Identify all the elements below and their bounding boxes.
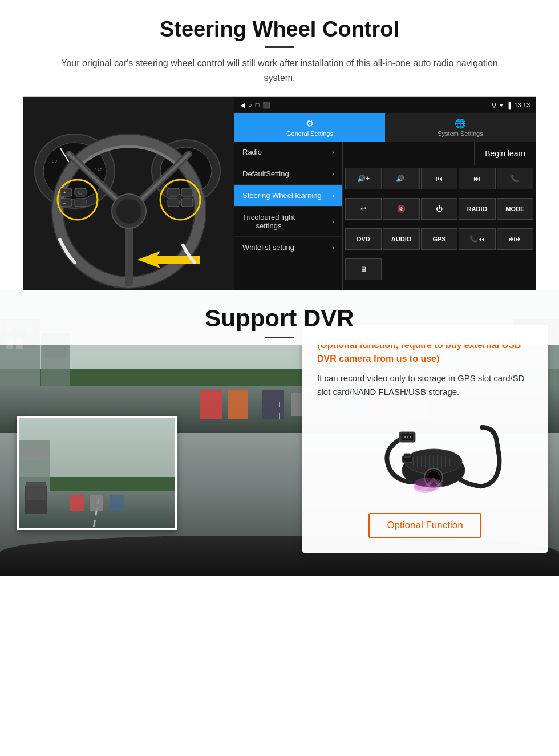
menu-default-arrow: › xyxy=(332,170,334,178)
settings-menu: Radio › DefaultSetting › Steering Wheel … xyxy=(234,142,343,290)
menu-white-arrow: › xyxy=(332,244,334,252)
menu-default-label: DefaultSetting xyxy=(242,169,289,178)
radio-btn[interactable]: RADIO xyxy=(459,198,495,220)
audio-btn[interactable]: AUDIO xyxy=(383,228,419,250)
next-btn[interactable]: ⏭ xyxy=(459,168,495,189)
settings-content: Radio › DefaultSetting › Steering Wheel … xyxy=(234,142,536,290)
thumbnail-svg xyxy=(19,418,177,530)
svg-point-17 xyxy=(116,199,141,224)
tab-system-settings[interactable]: 🌐 System Settings xyxy=(385,113,536,142)
dvr-title: Support DVR xyxy=(23,305,536,332)
nav-icons: ◀ ○ □ ⬛ xyxy=(240,102,270,109)
dvr-divider xyxy=(265,337,294,338)
settings-tabs: ⚙ General Settings 🌐 System Settings xyxy=(234,113,536,142)
recents-icon[interactable]: □ xyxy=(256,102,260,108)
title-divider xyxy=(265,46,294,48)
status-bar: ◀ ○ □ ⬛ ⚲ ▾ ▐ 13:13 xyxy=(234,97,536,113)
svg-rect-19 xyxy=(60,188,72,196)
call-prev-btn[interactable]: 📞⏮ xyxy=(459,228,495,250)
menu-steering-label: Steering Wheel learning xyxy=(242,191,322,200)
menu-item-defaultsetting[interactable]: DefaultSetting › xyxy=(234,163,342,185)
dvr-camera-area xyxy=(317,410,533,502)
menu-radio-label: Radio xyxy=(242,148,262,156)
svg-rect-64 xyxy=(110,495,124,511)
svg-text:140: 140 xyxy=(95,167,103,172)
svg-rect-49 xyxy=(262,390,284,419)
svg-rect-25 xyxy=(75,199,86,207)
svg-rect-28 xyxy=(168,199,179,207)
settings-right-panel: Begin learn 🔊+ 🔊- ⏮ ⏭ 📞 ↩ 🔇 ⏻ xyxy=(343,142,536,290)
wifi-icon: ▾ xyxy=(500,102,503,109)
screenshot-icon[interactable]: ⬛ xyxy=(262,102,270,109)
steering-wheel-section: Steering Wheel Control Your original car… xyxy=(0,0,559,290)
menu-item-radio[interactable]: Radio › xyxy=(234,142,342,163)
power-btn[interactable]: ⏻ xyxy=(421,198,457,220)
control-buttons-grid: 🔊+ 🔊- ⏮ ⏭ 📞 ↩ 🔇 ⏻ RADIO MODE DVD AUDIO xyxy=(343,165,536,290)
dvr-section: Support DVR xyxy=(0,290,559,690)
menu-tri-arrow: › xyxy=(332,217,334,225)
mode-btn[interactable]: MODE xyxy=(497,198,533,220)
menu-item-tricoloured[interactable]: Tricoloured lightsettings › xyxy=(234,207,342,237)
mute-btn[interactable]: 🔇 xyxy=(383,198,419,220)
gear-icon: ⚙ xyxy=(306,118,314,129)
svg-rect-72 xyxy=(410,436,411,438)
menu-tri-label: Tricoloured lightsettings xyxy=(242,213,295,230)
svg-text:–: – xyxy=(63,200,66,205)
tab-general-label: General Settings xyxy=(286,130,333,137)
dvr-background: Support DVR xyxy=(0,290,559,576)
gps-btn[interactable]: GPS xyxy=(421,228,457,250)
dvr-camera-svg xyxy=(345,410,505,502)
begin-learn-button[interactable]: Begin learn xyxy=(474,142,536,165)
right-top-bar: Begin learn xyxy=(343,142,536,165)
dvr-info-card: (Optional function, require to buy exter… xyxy=(302,325,548,553)
screenshot-container: 80 120 140 xyxy=(23,96,536,290)
svg-rect-27 xyxy=(168,188,179,196)
signal-icon: ▐ xyxy=(507,102,511,108)
svg-text:+: + xyxy=(63,190,66,195)
svg-rect-48 xyxy=(228,390,248,419)
hangup-btn[interactable]: ↩ xyxy=(345,198,382,220)
steering-wheel-svg: 80 120 140 xyxy=(23,97,234,290)
location-icon: ⚲ xyxy=(492,102,496,109)
android-ui: ◀ ○ □ ⬛ ⚲ ▾ ▐ 13:13 ⚙ General Settings xyxy=(234,97,536,290)
svg-rect-29 xyxy=(181,188,193,196)
time-display: 13:13 xyxy=(514,102,530,108)
dvr-description: It can record video only to storage in G… xyxy=(317,371,533,399)
status-icons: ⚲ ▾ ▐ 13:13 xyxy=(492,102,530,109)
svg-rect-30 xyxy=(181,199,193,207)
menu-item-steering[interactable]: Steering Wheel learning › xyxy=(234,185,342,207)
tab-system-label: System Settings xyxy=(438,130,483,137)
svg-rect-71 xyxy=(407,436,408,438)
svg-rect-47 xyxy=(200,390,222,419)
dvr-title-area: Support DVR xyxy=(0,290,559,345)
tab-general-settings[interactable]: ⚙ General Settings xyxy=(234,113,385,142)
dvr-thumbnail xyxy=(17,416,177,530)
page-subtitle: Your original car's steering wheel contr… xyxy=(46,56,513,85)
svg-rect-70 xyxy=(404,436,406,438)
vol-down-btn[interactable]: 🔊- xyxy=(383,168,419,189)
call-btn[interactable]: 📞 xyxy=(497,168,533,189)
svg-rect-91 xyxy=(404,454,411,457)
svg-rect-66 xyxy=(26,482,46,500)
dvd-btn[interactable]: DVD xyxy=(345,228,382,250)
svg-rect-21 xyxy=(60,199,72,207)
prev-btn[interactable]: ⏮ xyxy=(421,168,457,189)
svg-rect-63 xyxy=(90,495,103,511)
skip-btn[interactable]: ⏭⏭ xyxy=(497,228,533,250)
steering-wheel-photo: 80 120 140 xyxy=(23,97,234,290)
svg-text:80: 80 xyxy=(52,159,57,164)
page-title: Steering Wheel Control xyxy=(23,17,536,42)
svg-rect-62 xyxy=(70,495,84,511)
globe-icon: 🌐 xyxy=(455,118,466,129)
menu-white-label: Whitelist setting xyxy=(242,243,294,252)
right-top-empty xyxy=(343,142,474,165)
extra-btn[interactable]: 🖥 xyxy=(345,258,382,280)
menu-item-whitelist[interactable]: Whitelist setting › xyxy=(234,237,342,258)
back-icon[interactable]: ◀ xyxy=(240,102,245,109)
svg-rect-59 xyxy=(22,446,47,460)
home-icon[interactable]: ○ xyxy=(248,102,252,108)
svg-text:📞: 📞 xyxy=(77,190,82,195)
menu-radio-arrow: › xyxy=(332,148,334,156)
vol-up-btn[interactable]: 🔊+ xyxy=(345,168,382,189)
optional-function-button[interactable]: Optional Function xyxy=(368,513,481,538)
